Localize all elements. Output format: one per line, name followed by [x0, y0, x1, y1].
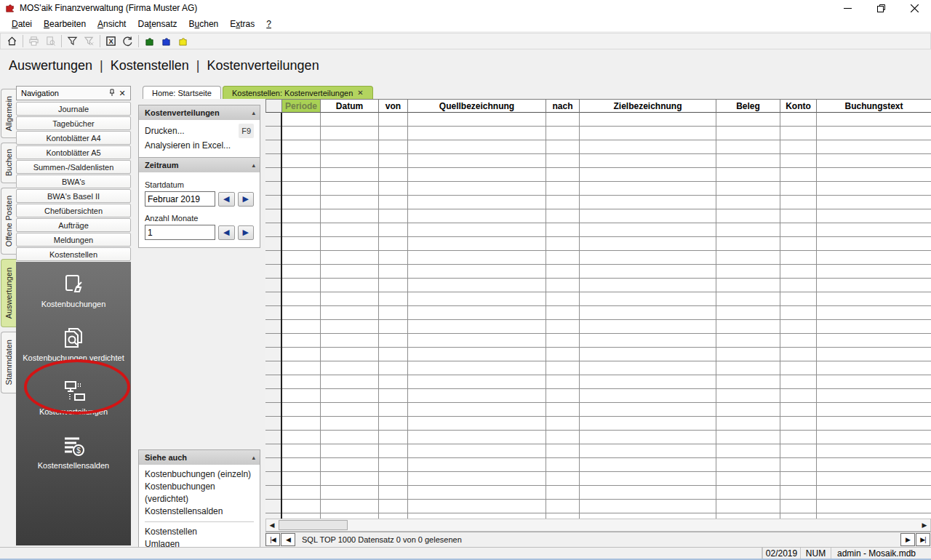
scroll-right-icon[interactable]: ▶	[919, 519, 930, 531]
toolbar-separator	[61, 35, 62, 47]
tab-home-startseite[interactable]: Home: Startseite	[143, 86, 221, 99]
refresh-button[interactable]	[119, 33, 136, 49]
breadcrumb-segment: Kostenstellen	[111, 58, 189, 73]
kostenverteilungen-grid: Periode Datum von Quellbezeichnung nach …	[265, 99, 931, 519]
print-preview-button[interactable]	[42, 33, 59, 49]
next-record-button[interactable]: ▶	[900, 533, 915, 546]
column-header-beleg[interactable]: Beleg	[716, 99, 780, 113]
menu-buchen[interactable]: Buchen	[183, 17, 225, 31]
excel-export-button[interactable]: X	[103, 33, 119, 49]
link-kostenstellensalden[interactable]: Kostenstellensalden	[145, 505, 254, 518]
collapse-icon[interactable]: ▴	[252, 161, 255, 169]
record-status-text: SQL TOP 1000 Datensatz 0 von 0 gelesenen	[302, 535, 462, 544]
nav-item-chefuebersichten[interactable]: Chefübersichten	[16, 204, 131, 217]
sidebar-tab-allgemein[interactable]: Allgemein	[1, 89, 16, 138]
column-header-buchungstext[interactable]: Buchungstext	[817, 99, 931, 113]
nav-item-auftraege[interactable]: Aufträge	[16, 218, 131, 232]
status-numlock: NUM	[800, 548, 831, 559]
shortcut-kostenstellensalden[interactable]: $ Kostenstellensalden	[38, 432, 109, 470]
collapse-icon[interactable]: ▴	[252, 454, 255, 461]
column-header-quellbezeichnung[interactable]: Quellbezeichnung	[408, 99, 546, 113]
menu-bar: Datei Bearbeiten Ansicht Datensatz Buche…	[0, 16, 931, 32]
column-header-zielbezeichnung[interactable]: Zielbezeichnung	[580, 99, 716, 113]
status-message-cell	[0, 548, 762, 559]
scroll-left-icon[interactable]: ◀	[266, 519, 278, 531]
status-period: 02/2019	[762, 548, 800, 559]
menu-help[interactable]: ?	[260, 17, 277, 31]
nav-item-bwas-basel[interactable]: BWA's Basel II	[16, 189, 131, 203]
link-kostenbuchungen-einzeln[interactable]: Kostenbuchungen (einzeln)	[145, 468, 254, 481]
taskpane-actions-header[interactable]: Kostenverteilungen ▴	[139, 105, 260, 120]
startdatum-input[interactable]	[145, 191, 215, 207]
taskpane-siehe-auch-header[interactable]: Siehe auch ▴	[139, 450, 260, 465]
link-analysieren-excel[interactable]: Analysieren in Excel...	[145, 138, 254, 153]
link-drucken[interactable]: Drucken... F9	[145, 124, 254, 138]
breadcrumb-segment: Kostenverteilungen	[207, 58, 319, 73]
tab-kostenstellen-kostenverteilungen[interactable]: Kostenstellen: Kostenverteilungen ✕	[223, 86, 373, 99]
menu-extras[interactable]: Extras	[224, 17, 260, 31]
print-button[interactable]	[25, 33, 42, 49]
grid-header-row: Periode Datum von Quellbezeichnung nach …	[265, 99, 931, 113]
previous-record-button[interactable]: ◀	[281, 533, 295, 546]
anzahl-prev-button[interactable]: ◀	[218, 225, 235, 240]
horizontal-scrollbar[interactable]: ◀ ▶	[265, 519, 931, 532]
pin-icon[interactable]	[107, 89, 117, 98]
module-blue-puzzle-button[interactable]	[158, 33, 175, 49]
column-header-nach[interactable]: nach	[546, 99, 580, 113]
startdatum-next-button[interactable]: ▶	[238, 192, 255, 207]
anzahl-monate-input[interactable]	[145, 225, 215, 240]
column-header-periode[interactable]: Periode	[282, 99, 321, 113]
grid-column	[716, 113, 780, 519]
link-kostenbuchungen-verdichtet[interactable]: Kostenbuchungen (verdichtet)	[145, 481, 254, 505]
nav-item-summen-saldenlisten[interactable]: Summen-/Saldenlisten	[16, 160, 131, 174]
shortcut-label: Kostenverteilungen	[39, 407, 108, 416]
status-user-database: admin - Mosaik.mdb	[831, 548, 931, 559]
menu-ansicht[interactable]: Ansicht	[92, 17, 132, 31]
column-header-datum[interactable]: Datum	[321, 99, 379, 113]
sidebar-tab-auswertungen[interactable]: Auswertungen	[1, 259, 16, 327]
taskpane-actions-box: Kostenverteilungen ▴ Drucken... F9 Analy…	[138, 105, 260, 158]
scrollbar-thumb[interactable]	[279, 520, 348, 530]
sidebar-tab-buchen[interactable]: Buchen	[1, 143, 16, 183]
menu-datensatz[interactable]: Datensatz	[132, 17, 183, 31]
breadcrumb-separator: |	[196, 58, 200, 73]
nav-item-bwas[interactable]: BWA's	[16, 175, 131, 188]
filter-button[interactable]	[64, 33, 81, 49]
link-kostenstellen[interactable]: Kostenstellen	[145, 526, 254, 538]
shortcut-kostenbuchungen-verdichtet[interactable]: Kostenbuchungen verdichtet	[23, 324, 124, 362]
anzahl-next-button[interactable]: ▶	[238, 225, 255, 240]
row-selector-header[interactable]	[265, 99, 282, 113]
tab-close-icon[interactable]: ✕	[357, 89, 363, 97]
last-record-button[interactable]: ▶|	[916, 533, 930, 546]
nav-item-kostenstellen[interactable]: Kostenstellen	[16, 247, 131, 261]
shortcut-kostenverteilungen[interactable]: Kostenverteilungen	[39, 378, 108, 416]
nav-item-journale[interactable]: Journale	[16, 102, 131, 116]
startdatum-prev-button[interactable]: ◀	[218, 192, 235, 207]
filter-clear-button[interactable]	[81, 33, 97, 49]
toolbar-separator	[100, 35, 100, 47]
home-button[interactable]	[4, 33, 20, 49]
minimize-button[interactable]	[831, 0, 864, 16]
column-header-konto[interactable]: Konto	[780, 99, 817, 113]
sidebar-tab-offene-posten[interactable]: Offene Posten	[1, 188, 16, 255]
nav-item-meldungen[interactable]: Meldungen	[16, 233, 131, 247]
grid-column	[817, 113, 931, 519]
balance-dollar-icon: $	[60, 432, 87, 460]
restore-button[interactable]	[864, 0, 898, 16]
collapse-icon[interactable]: ▴	[252, 109, 255, 116]
nav-item-tagebuecher[interactable]: Tagebücher	[16, 116, 131, 130]
close-panel-icon[interactable]: ✕	[117, 89, 127, 98]
menu-datei[interactable]: Datei	[6, 17, 38, 31]
close-button[interactable]	[898, 0, 931, 16]
shortcut-kostenbuchungen[interactable]: Kostenbuchungen	[41, 271, 106, 308]
column-header-von[interactable]: von	[379, 99, 408, 113]
first-record-button[interactable]: |◀	[265, 533, 280, 546]
module-yellow-puzzle-button[interactable]	[175, 33, 191, 49]
taskpane-zeitraum-header[interactable]: Zeitraum ▴	[139, 158, 260, 172]
record-navigation-bar: |◀ ◀ SQL TOP 1000 Datensatz 0 von 0 gele…	[265, 532, 931, 546]
nav-item-kontoblaetter-a4[interactable]: Kontoblätter A4	[16, 131, 131, 145]
module-green-puzzle-button[interactable]	[141, 33, 158, 49]
nav-item-kontoblaetter-a5[interactable]: Kontoblätter A5	[16, 145, 131, 159]
sidebar-tab-stammdaten[interactable]: Stammdaten	[1, 332, 16, 393]
menu-bearbeiten[interactable]: Bearbeiten	[38, 17, 92, 31]
